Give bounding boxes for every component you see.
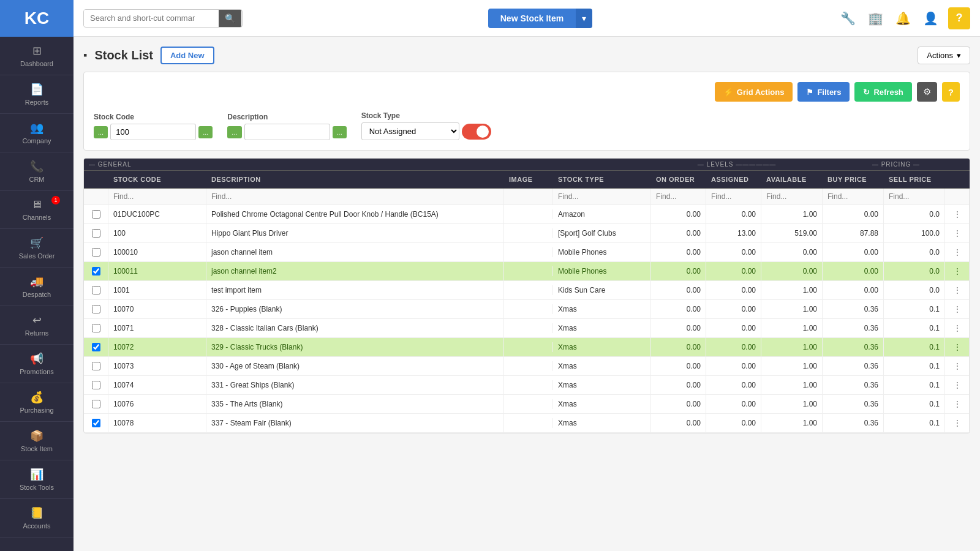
row-actions-button[interactable]: ⋮ <box>945 319 970 337</box>
find-input-6[interactable] <box>706 189 761 204</box>
sidebar-item-crm[interactable]: 📞 CRM <box>0 152 74 191</box>
actions-button[interactable]: Actions ▾ <box>918 47 970 64</box>
row-sell-price: 0.1 <box>884 300 945 318</box>
row-checkbox[interactable] <box>92 229 100 238</box>
find-input-4[interactable] <box>553 189 651 204</box>
refresh-button[interactable]: ↻ Refresh <box>854 82 911 102</box>
description-btn2[interactable]: ... <box>333 126 347 138</box>
row-actions-button[interactable]: ⋮ <box>945 395 970 413</box>
description-input[interactable] <box>244 124 330 140</box>
row-checkbox[interactable] <box>92 400 100 408</box>
user-icon[interactable]: 👤 <box>921 9 941 28</box>
row-actions-button[interactable]: ⋮ <box>945 205 970 223</box>
row-actions-button[interactable]: ⋮ <box>945 281 970 299</box>
row-checkbox[interactable] <box>92 419 100 427</box>
sidebar-item-company[interactable]: 👥 Company <box>0 114 74 152</box>
section-header-row: — GENERAL — LEVELS —————— — PRICING — <box>84 159 970 171</box>
col-header-10 <box>945 171 970 188</box>
sidebar-item-stock-item[interactable]: 📦 Stock Item <box>0 422 74 460</box>
stock-code-btn2[interactable]: ... <box>198 126 213 138</box>
sidebar-item-label-purchasing: Purchasing <box>20 407 53 414</box>
find-input-9[interactable] <box>884 189 945 204</box>
sidebar-item-despatch[interactable]: 🚚 Despatch <box>0 268 74 306</box>
table-row[interactable]: 01DUC100PCPolished Chrome Octagonal Cent… <box>84 205 970 224</box>
add-new-button[interactable]: Add New <box>160 47 214 64</box>
row-assigned: 0.00 <box>706 357 761 375</box>
grid-actions-button[interactable]: ⚡ Grid Actions <box>715 82 793 102</box>
sidebar-item-reports[interactable]: 📄 Reports <box>0 75 74 114</box>
search-input[interactable] <box>84 10 219 26</box>
row-available: 1.00 <box>761 338 823 356</box>
sidebar-item-stock-tools[interactable]: 📊 Stock Tools <box>0 460 74 499</box>
find-input-1[interactable] <box>108 189 206 204</box>
help-icon[interactable]: ? <box>948 7 970 29</box>
row-checkbox[interactable] <box>92 267 100 276</box>
row-checkbox[interactable] <box>92 343 100 351</box>
sidebar-item-accounts[interactable]: 📒 Accounts <box>0 499 74 538</box>
table-row[interactable]: 10078337 - Steam Fair (Blank)Xmas0.000.0… <box>84 414 970 433</box>
description-btn1[interactable]: ... <box>227 126 241 138</box>
table-row[interactable]: 100Hippo Giant Plus Driver[Sport] Golf C… <box>84 224 970 243</box>
find-input-8[interactable] <box>823 189 884 204</box>
row-checkbox[interactable] <box>92 248 100 257</box>
find-input-5[interactable] <box>651 189 706 204</box>
sidebar-item-promotions[interactable]: 📢 Promotions <box>0 345 74 383</box>
stock-code-btn1[interactable]: ... <box>94 126 108 138</box>
row-stock-type: Kids Sun Care <box>553 281 651 299</box>
stock-type-select[interactable]: Not AssignedAmazon[Sport] Golf ClubsMobi… <box>361 122 459 140</box>
sidebar-item-purchasing[interactable]: 💰 Purchasing <box>0 383 74 422</box>
filters-label: Filters <box>817 88 841 97</box>
sidebar-item-dashboard[interactable]: ⊞ Dashboard <box>0 37 74 75</box>
new-stock-button[interactable]: New Stock Item <box>488 9 576 28</box>
table-row[interactable]: 10072329 - Classic Trucks (Blank)Xmas0.0… <box>84 338 970 357</box>
row-actions-button[interactable]: ⋮ <box>945 414 970 432</box>
row-sell-price: 0.1 <box>884 338 945 356</box>
row-checkbox[interactable] <box>92 286 100 294</box>
row-actions-button[interactable]: ⋮ <box>945 338 970 356</box>
new-stock-dropdown-button[interactable]: ▾ <box>576 9 592 28</box>
grid-find-row <box>84 189 970 205</box>
stock-type-toggle[interactable] <box>462 124 491 140</box>
description-filter: Description ... ... <box>227 113 346 140</box>
table-row[interactable]: 10073330 - Age of Steam (Blank)Xmas0.000… <box>84 357 970 376</box>
table-row[interactable]: 1001test import itemKids Sun Care0.000.0… <box>84 281 970 300</box>
tool-icon[interactable]: 🔧 <box>838 9 858 28</box>
sidebar-item-channels[interactable]: 🖥 Channels 1 <box>0 191 74 229</box>
row-checkbox[interactable] <box>92 381 100 389</box>
row-actions-button[interactable]: ⋮ <box>945 376 970 394</box>
filters-button[interactable]: ⚑ Filters <box>797 82 850 102</box>
bell-icon[interactable]: 🔔 <box>893 9 913 28</box>
filter-fields: Stock Code ... ... Description ... ... <box>94 111 960 140</box>
find-input-7[interactable] <box>761 189 823 204</box>
row-available: 519.00 <box>761 224 823 242</box>
table-row[interactable]: 10070326 - Puppies (Blank)Xmas0.000.001.… <box>84 300 970 319</box>
row-checkbox[interactable] <box>92 362 100 370</box>
row-description: 330 - Age of Steam (Blank) <box>206 357 504 375</box>
crm-icon: 📞 <box>30 160 43 173</box>
row-checkbox-cell <box>84 224 108 242</box>
building-icon[interactable]: 🏢 <box>865 9 886 28</box>
find-input-2[interactable] <box>206 189 504 204</box>
sidebar-item-sales-order[interactable]: 🛒 Sales Order <box>0 229 74 268</box>
table-row[interactable]: 10074331 - Great Ships (Blank)Xmas0.000.… <box>84 376 970 395</box>
stock-code-input[interactable] <box>110 124 196 140</box>
search-button[interactable]: 🔍 <box>219 10 241 27</box>
table-row[interactable]: 10076335 - The Arts (Blank)Xmas0.000.001… <box>84 395 970 414</box>
row-actions-button[interactable]: ⋮ <box>945 224 970 242</box>
gear-button[interactable]: ⚙ <box>917 82 937 102</box>
table-row[interactable]: 10071328 - Classic Italian Cars (Blank)X… <box>84 319 970 338</box>
help-button[interactable]: ? <box>942 82 960 102</box>
row-checkbox[interactable] <box>92 324 100 332</box>
row-checkbox[interactable] <box>92 210 100 219</box>
row-actions-button[interactable]: ⋮ <box>945 262 970 280</box>
row-actions-button[interactable]: ⋮ <box>945 243 970 261</box>
table-row[interactable]: 100011jason channel item2Mobile Phones0.… <box>84 262 970 281</box>
sidebar-item-returns[interactable]: ↩ Returns <box>0 306 74 345</box>
row-stock-type: Xmas <box>553 319 651 337</box>
table-row[interactable]: 100010jason channel itemMobile Phones0.0… <box>84 243 970 262</box>
row-checkbox[interactable] <box>92 305 100 313</box>
row-actions-button[interactable]: ⋮ <box>945 357 970 375</box>
sidebar-item-label-sales-order: Sales Order <box>19 252 55 260</box>
row-available: 1.00 <box>761 281 823 299</box>
row-actions-button[interactable]: ⋮ <box>945 300 970 318</box>
